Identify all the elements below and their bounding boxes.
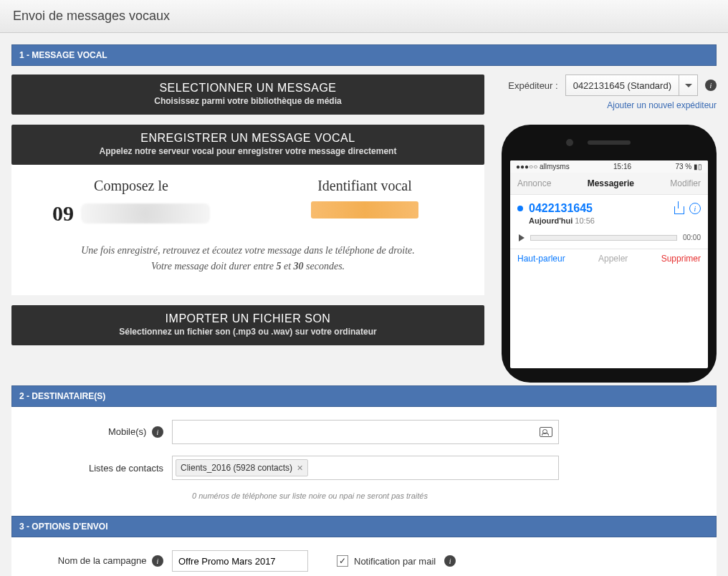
- sender-select[interactable]: 0422131645 (Standard): [565, 75, 698, 96]
- player-time: 00:00: [683, 234, 701, 241]
- phone-nav-row: Annonce Messagerie Modifier: [510, 173, 708, 195]
- add-sender-link[interactable]: Ajouter un nouvel expéditeur: [502, 100, 717, 110]
- lists-label: Listes de contacts: [21, 463, 172, 474]
- import-file-title: IMPORTER UN FICHIER SON: [23, 312, 473, 325]
- blacklist-helper-text: 0 numéros de téléphone sur liste noire o…: [192, 491, 707, 500]
- import-file-subtitle: Sélectionnez un fichier son (.mp3 ou .wa…: [23, 327, 473, 337]
- unread-dot-icon: [517, 206, 523, 211]
- vocal-id-redacted: [311, 201, 418, 219]
- share-icon: [674, 203, 684, 214]
- select-message-panel[interactable]: SELECTIONNER UN MESSAGE Choisissez parmi…: [11, 75, 484, 115]
- import-file-panel[interactable]: IMPORTER UN FICHIER SON Sélectionnez un …: [11, 305, 484, 345]
- delete-action: Supprimer: [661, 254, 701, 264]
- phone-status-bar: ●●●○○ allmysms 15:16 73 % ▮▯: [510, 160, 708, 173]
- note-line-2: Votre message doit durer entre 5 et 30 s…: [29, 259, 467, 274]
- info-circle-icon: i: [689, 203, 701, 214]
- section-2-header: 2 - DESTINATAIRE(S): [11, 385, 717, 407]
- phone-preview: ●●●○○ allmysms 15:16 73 % ▮▯ Annonce Mes…: [502, 125, 717, 383]
- speaker-action: Haut-parleur: [517, 254, 565, 264]
- progress-track: [530, 235, 677, 241]
- status-time: 15:16: [613, 163, 631, 171]
- select-message-subtitle: Choisissez parmi votre bibliothèque de m…: [23, 96, 473, 106]
- mail-notification-checkbox[interactable]: ✓: [337, 555, 348, 567]
- campaign-name-input[interactable]: [172, 550, 308, 572]
- sender-selected-value: 0422131645 (Standard): [566, 80, 679, 91]
- contacts-icon[interactable]: [540, 427, 552, 437]
- close-icon[interactable]: ✕: [297, 464, 303, 473]
- info-icon[interactable]: i: [705, 80, 717, 91]
- chevron-down-icon[interactable]: [679, 75, 697, 95]
- voicemail-number: 0422131645: [529, 202, 668, 215]
- mobiles-input[interactable]: [172, 420, 559, 444]
- play-icon: [519, 234, 525, 241]
- sender-label: Expéditeur :: [508, 80, 557, 91]
- page-title: Envoi de messages vocaux: [0, 0, 728, 33]
- info-icon[interactable]: i: [444, 555, 456, 567]
- campaign-name-label: Nom de la campagne i: [21, 555, 172, 567]
- chip-label: Clients_2016 (5928 contacts): [181, 463, 292, 473]
- note-line-1: Une fois enregistré, retrouvez et écoute…: [29, 243, 467, 259]
- info-icon[interactable]: i: [152, 426, 163, 438]
- dial-number-redacted: [81, 203, 210, 224]
- nav-modifier: Modifier: [670, 178, 701, 188]
- info-icon[interactable]: i: [152, 555, 163, 567]
- record-message-title: ENREGISTRER UN MESSAGE VOCAL: [23, 132, 473, 145]
- record-message-subtitle: Appelez notre serveur vocal pour enregis…: [23, 146, 473, 156]
- lists-input[interactable]: Clients_2016 (5928 contacts) ✕: [172, 456, 559, 480]
- mail-notification-label: Notification par mail: [354, 556, 436, 567]
- dial-prefix: 09: [52, 201, 74, 226]
- audio-player: 00:00: [510, 229, 708, 249]
- record-message-panel-header: ENREGISTRER UN MESSAGE VOCAL Appelez not…: [11, 125, 484, 165]
- nav-messagerie: Messagerie: [588, 178, 634, 188]
- nav-annonce: Annonce: [517, 178, 551, 188]
- mobiles-label: Mobile(s) i: [21, 426, 172, 438]
- battery-icon: 73 % ▮▯: [675, 163, 702, 171]
- call-action: Appeler: [598, 254, 628, 264]
- contact-list-chip[interactable]: Clients_2016 (5928 contacts) ✕: [176, 459, 308, 476]
- voicemail-timestamp: Aujourd'hui 10:56: [517, 216, 701, 225]
- select-message-title: SELECTIONNER UN MESSAGE: [23, 82, 473, 95]
- section-3-header: 3 - OPTIONS D'ENVOI: [11, 516, 717, 537]
- carrier-icon: ●●●○○ allmysms: [516, 163, 570, 171]
- vocal-id-label: Identifiant vocal: [262, 178, 467, 194]
- record-instructions-block: Composez le 09 Identifiant vocal Une foi…: [11, 165, 484, 295]
- compose-label: Composez le: [29, 178, 234, 194]
- section-1-header: 1 - MESSAGE VOCAL: [11, 44, 717, 66]
